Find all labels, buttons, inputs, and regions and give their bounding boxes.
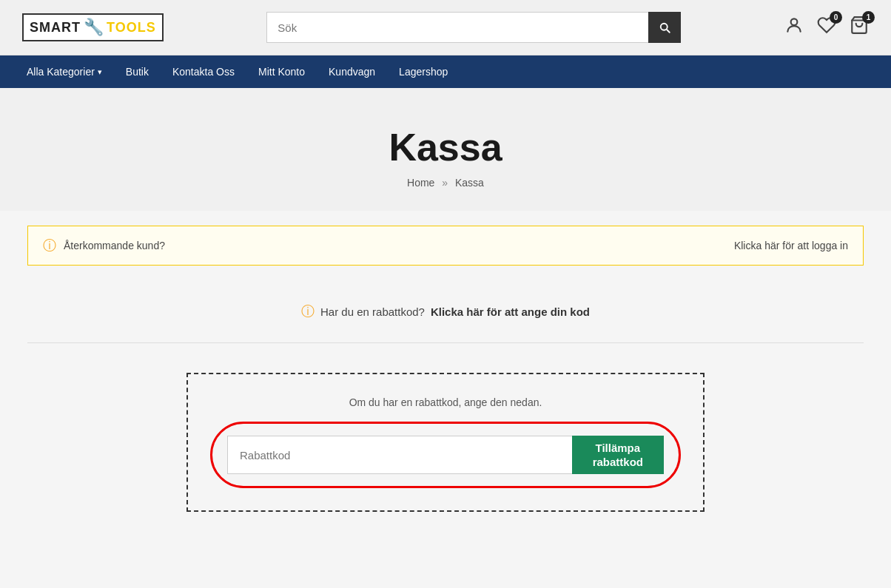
nav-label-butik: Butik bbox=[126, 66, 149, 78]
enter-coupon-link[interactable]: Klicka här för att ange din kod bbox=[431, 305, 590, 318]
wishlist-badge: 0 bbox=[830, 11, 842, 24]
breadcrumb-current: Kassa bbox=[455, 177, 484, 189]
nav-label-kontakta: Kontakta Oss bbox=[172, 66, 235, 78]
coupon-input[interactable] bbox=[227, 436, 572, 474]
coupon-box: Om du har en rabattkod, ange den nedan. … bbox=[186, 373, 705, 512]
nav-item-lagershop[interactable]: Lagershop bbox=[387, 55, 460, 88]
apply-button-line2: rabattkod bbox=[593, 456, 643, 468]
header-icons: 0 1 bbox=[784, 16, 869, 39]
nav-label-mitt-konto: Mitt Konto bbox=[258, 66, 305, 78]
main-content: ⓘ Återkommande kund? Klicka här för att … bbox=[13, 211, 878, 564]
coupon-wrapper: Om du har en rabattkod, ange den nedan. … bbox=[27, 365, 864, 519]
logo[interactable]: SMART 🔧 TOOLS bbox=[22, 13, 164, 41]
search-icon bbox=[658, 21, 671, 34]
main-navigation: Alla Kategorier ▾ Butik Kontakta Oss Mit… bbox=[0, 55, 891, 88]
page-title: Kassa bbox=[15, 125, 876, 169]
apply-button-line1: Tillämpa bbox=[596, 442, 641, 454]
nav-item-kontakta[interactable]: Kontakta Oss bbox=[161, 55, 246, 88]
breadcrumb: Home » Kassa bbox=[15, 177, 876, 189]
logo-smart: SMART bbox=[30, 20, 81, 36]
user-icon bbox=[784, 16, 804, 35]
coupon-form: Tillämpa rabattkod bbox=[210, 422, 681, 488]
coupon-description: Om du har en rabattkod, ange den nedan. bbox=[210, 396, 681, 408]
chevron-down-icon: ▾ bbox=[98, 67, 102, 77]
search-input[interactable] bbox=[266, 12, 648, 43]
info-icon: ⓘ bbox=[43, 237, 56, 254]
discount-info-icon: ⓘ bbox=[301, 303, 315, 320]
wishlist-button[interactable]: 0 bbox=[817, 16, 836, 39]
breadcrumb-separator: » bbox=[442, 177, 448, 189]
alert-text: Återkommande kund? bbox=[64, 240, 165, 251]
login-link[interactable]: Klicka här för att logga in bbox=[734, 240, 848, 251]
logo-wrench-icon: 🔧 bbox=[84, 18, 104, 37]
logo-tools: TOOLS bbox=[107, 20, 156, 36]
nav-item-butik[interactable]: Butik bbox=[114, 55, 161, 88]
nav-item-mitt-konto[interactable]: Mitt Konto bbox=[246, 55, 317, 88]
nav-label-categories: Alla Kategorier bbox=[27, 66, 95, 78]
coupon-row: Tillämpa rabattkod bbox=[227, 436, 664, 474]
discount-notice-label: Har du en rabattkod? bbox=[320, 305, 425, 318]
user-account-button[interactable] bbox=[784, 16, 804, 39]
returning-customer-alert: ⓘ Återkommande kund? Klicka här för att … bbox=[27, 226, 864, 266]
nav-item-categories[interactable]: Alla Kategorier ▾ bbox=[15, 55, 114, 88]
svg-point-0 bbox=[791, 18, 798, 25]
cart-badge: 1 bbox=[862, 11, 875, 24]
hero-section: Kassa Home » Kassa bbox=[0, 88, 891, 211]
breadcrumb-home[interactable]: Home bbox=[407, 177, 434, 189]
nav-label-kundvagn: Kundvagn bbox=[329, 66, 375, 78]
nav-label-lagershop: Lagershop bbox=[399, 66, 448, 78]
search-bar bbox=[266, 12, 681, 43]
nav-item-kundvagn[interactable]: Kundvagn bbox=[317, 55, 387, 88]
alert-left: ⓘ Återkommande kund? bbox=[43, 237, 165, 254]
discount-notice-text: ⓘ Har du en rabattkod? Klicka här för at… bbox=[27, 303, 864, 320]
site-header: SMART 🔧 TOOLS 0 1 bbox=[0, 0, 891, 55]
cart-button[interactable]: 1 bbox=[850, 16, 869, 39]
discount-notice: ⓘ Har du en rabattkod? Klicka här för at… bbox=[27, 288, 864, 343]
search-button[interactable] bbox=[648, 12, 681, 43]
apply-coupon-button[interactable]: Tillämpa rabattkod bbox=[572, 436, 664, 474]
